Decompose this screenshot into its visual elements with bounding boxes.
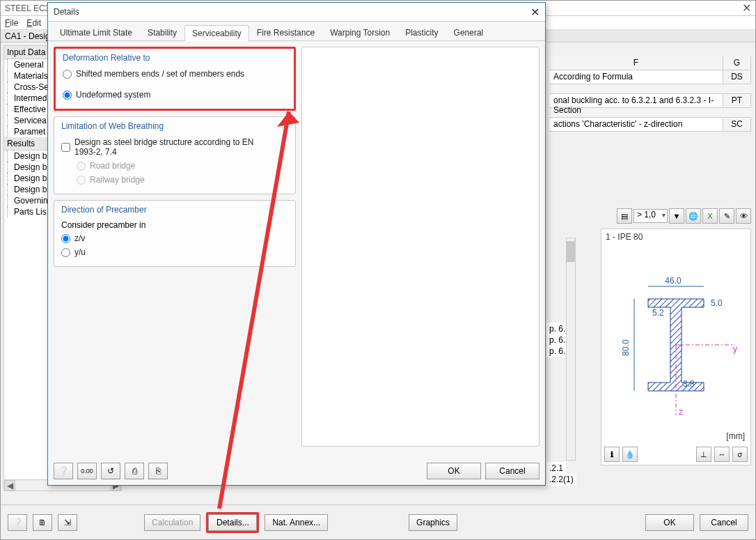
main-ok-button[interactable]: OK bbox=[645, 514, 694, 531]
tab-uls[interactable]: Ultimate Limit State bbox=[52, 24, 140, 40]
units-icon[interactable]: 0.00 bbox=[77, 463, 97, 479]
radio-label: y/u bbox=[74, 247, 86, 257]
tab-stability[interactable]: Stability bbox=[140, 24, 184, 40]
axis-icon[interactable]: ⊥ bbox=[696, 447, 711, 462]
scroll-left-icon[interactable]: ◀ bbox=[4, 480, 15, 491]
dialog-right-panel bbox=[301, 47, 540, 447]
radio-road-bridge bbox=[77, 162, 86, 171]
dialog-ok-button[interactable]: OK bbox=[427, 463, 481, 479]
tab-warping[interactable]: Warping Torsion bbox=[322, 24, 397, 40]
radio-railway-bridge bbox=[77, 176, 86, 185]
svg-text:5.2: 5.2 bbox=[652, 308, 664, 318]
radio-label: Shifted members ends / set of members en… bbox=[76, 69, 244, 79]
section-title: 1 - IPE 80 bbox=[601, 229, 750, 245]
check-bridge-structure[interactable] bbox=[61, 143, 70, 152]
col-header-f: F bbox=[549, 56, 723, 70]
info-icon[interactable]: ℹ bbox=[604, 447, 620, 462]
details-button[interactable]: Details... bbox=[208, 514, 257, 531]
globe-icon[interactable]: 🌐 bbox=[686, 208, 701, 224]
results-toolbar: ▤ > 1,0 ▼ 🌐 X ✎ 👁 bbox=[544, 208, 751, 224]
precamber-lead: Consider precamber in bbox=[61, 219, 288, 231]
svg-text:5.0: 5.0 bbox=[711, 298, 723, 308]
result-ref: .2.2(1) bbox=[546, 473, 576, 486]
calculation-button[interactable]: Calculation bbox=[144, 514, 200, 531]
group-title: Deformation Relative to bbox=[63, 53, 287, 63]
check-label: Design as steel bridge structure accordi… bbox=[74, 137, 255, 157]
radio-shifted-ends[interactable] bbox=[63, 70, 72, 79]
grid-cell: PT bbox=[723, 94, 751, 107]
unit-label: [mm] bbox=[726, 431, 745, 441]
section-preview: 1 - IPE 80 46.0 80.0 5.0 3.8 5.2 y bbox=[601, 229, 751, 465]
col-header-g: G bbox=[723, 56, 751, 70]
nat-annex-button[interactable]: Nat. Annex... bbox=[265, 514, 328, 531]
radio-yu[interactable] bbox=[61, 248, 70, 257]
dialog-cancel-button[interactable]: Cancel bbox=[485, 463, 540, 479]
group-deformation: Deformation Relative to Shifted members … bbox=[54, 47, 296, 111]
grid-cell: SC bbox=[723, 118, 751, 131]
group-title: Direction of Precamber bbox=[61, 205, 288, 215]
radio-label: Railway bridge bbox=[90, 175, 145, 185]
group-web-breathing: Limitation of Web Breathing Design as st… bbox=[54, 116, 296, 194]
dim-icon[interactable]: ↔ bbox=[714, 447, 730, 462]
threshold-select[interactable]: > 1,0 bbox=[633, 209, 668, 223]
ibeam-diagram: 46.0 80.0 5.0 3.8 5.2 y z bbox=[613, 259, 739, 419]
grid-cell: According to Formula bbox=[549, 70, 723, 84]
radio-undeformed[interactable] bbox=[63, 91, 72, 100]
help-icon[interactable]: ❔ bbox=[8, 514, 27, 531]
dialog-tabs: Ultimate Limit State Stability Serviceab… bbox=[48, 22, 545, 41]
svg-text:3.8: 3.8 bbox=[683, 379, 695, 389]
graphics-button[interactable]: Graphics bbox=[409, 514, 457, 531]
group-title: Limitation of Web Breathing bbox=[61, 121, 288, 131]
print-icon[interactable]: 🗎 bbox=[33, 514, 52, 531]
svg-text:z: z bbox=[679, 407, 683, 417]
menu-edit[interactable]: Edit bbox=[26, 18, 41, 28]
stress-icon[interactable]: σ bbox=[732, 447, 748, 462]
grid-cell: onal buckling acc. to 6.3.2.1 and 6.3.2.… bbox=[549, 94, 723, 107]
save-default-icon[interactable]: ⎙ bbox=[125, 463, 144, 479]
tab-general[interactable]: General bbox=[446, 24, 491, 40]
radio-label: z/v bbox=[74, 233, 85, 243]
eye-icon[interactable]: 👁 bbox=[736, 208, 751, 224]
export-icon[interactable]: ⇲ bbox=[58, 514, 77, 531]
help-icon[interactable]: ❔ bbox=[54, 463, 73, 479]
drop-icon[interactable]: 💧 bbox=[622, 447, 638, 462]
dialog-titlebar[interactable]: Details ✕ bbox=[48, 3, 545, 22]
funnel-icon[interactable]: ▼ bbox=[669, 208, 684, 224]
radio-zv[interactable] bbox=[61, 234, 70, 243]
details-button-highlight: Details... bbox=[206, 512, 259, 533]
details-dialog: Details ✕ Ultimate Limit State Stability… bbox=[47, 2, 546, 486]
bottom-bar: ❔ 🗎 ⇲ Calculation Details... Nat. Annex.… bbox=[1, 504, 755, 539]
excel-icon[interactable]: X bbox=[702, 208, 718, 224]
reset-icon[interactable]: ↺ bbox=[101, 463, 120, 479]
grid-cell: actions 'Characteristic' - z-direction bbox=[549, 118, 723, 131]
svg-text:y: y bbox=[733, 344, 737, 354]
dialog-title: Details bbox=[54, 7, 79, 17]
tool-icon[interactable]: ✎ bbox=[719, 208, 734, 224]
svg-text:80.0: 80.0 bbox=[621, 339, 631, 356]
result-vscroll[interactable] bbox=[566, 238, 576, 461]
main-cancel-button[interactable]: Cancel bbox=[700, 514, 748, 531]
svg-text:46.0: 46.0 bbox=[665, 276, 682, 286]
radio-label: Undeformed system bbox=[76, 90, 150, 100]
filter-icon[interactable]: ▤ bbox=[617, 208, 632, 224]
load-default-icon[interactable]: ⎘ bbox=[148, 463, 168, 479]
group-precamber: Direction of Precamber Consider precambe… bbox=[54, 200, 296, 267]
dialog-close-icon[interactable]: ✕ bbox=[530, 6, 540, 19]
tab-plasticity[interactable]: Plasticity bbox=[397, 24, 446, 40]
tab-fire[interactable]: Fire Resistance bbox=[249, 24, 322, 40]
radio-label: Road bridge bbox=[90, 161, 135, 171]
menu-file[interactable]: File bbox=[5, 18, 18, 28]
main-close-icon[interactable]: ✕ bbox=[742, 1, 751, 15]
grid-cell: DS bbox=[723, 70, 751, 84]
tab-serviceability[interactable]: Serviceability bbox=[184, 25, 249, 41]
